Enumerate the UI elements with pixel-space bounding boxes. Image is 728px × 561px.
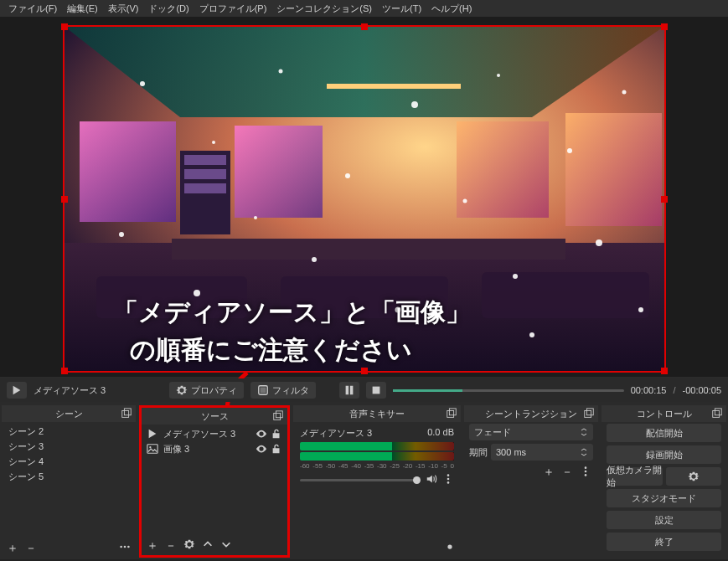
svg-rect-58 — [713, 411, 720, 418]
filters-icon — [257, 384, 269, 396]
menu-view[interactable]: 表示(V) — [103, 1, 144, 17]
chevron-down-icon — [220, 538, 232, 550]
source-item-image[interactable]: 画像 3 — [143, 441, 286, 456]
scenes-header: シーン — [2, 405, 136, 422]
menu-scenecollection[interactable]: シーンコレクション(S) — [271, 1, 377, 17]
preview-canvas[interactable]: 「メディアソース」と「画像」 の順番にご注意ください — [63, 25, 666, 373]
settings-button[interactable]: 設定 — [607, 511, 721, 529]
dots-vertical-icon — [442, 473, 454, 485]
add-scene-button[interactable]: ＋ — [7, 542, 18, 553]
svg-point-43 — [127, 546, 130, 548]
controls-popout[interactable] — [711, 408, 723, 419]
svg-rect-53 — [585, 411, 591, 418]
play-button[interactable] — [7, 382, 27, 399]
dots-vertical-icon — [580, 466, 591, 477]
source-item-media[interactable]: メディアソース 3 — [143, 426, 286, 441]
pause-icon — [343, 384, 355, 396]
lock-toggle[interactable] — [271, 428, 282, 440]
stop-icon — [370, 384, 382, 396]
selection-outline[interactable] — [63, 25, 666, 373]
mixer-source-name: メディアソース 3 — [300, 427, 372, 440]
transition-select[interactable]: フェード — [469, 424, 593, 440]
remove-source-button[interactable]: － — [165, 539, 177, 551]
mixer-settings-button[interactable] — [444, 541, 456, 554]
add-transition-button[interactable]: ＋ — [543, 466, 555, 479]
menu-profile[interactable]: プロファイル(P) — [194, 1, 272, 17]
scene-item[interactable]: シーン 3 — [3, 439, 134, 454]
scenes-dock: シーン シーン 2 シーン 3 シーン 4 シーン 5 ＋ － — [2, 405, 136, 558]
scene-item[interactable]: シーン 4 — [3, 454, 134, 469]
media-timeline[interactable] — [393, 389, 623, 392]
studio-mode-button[interactable]: スタジオモード — [607, 489, 721, 507]
menu-help[interactable]: ヘルプ(H) — [426, 1, 477, 17]
menu-tools[interactable]: ツール(T) — [377, 1, 426, 17]
pause-button[interactable] — [339, 382, 359, 399]
resize-handle-bl[interactable] — [61, 368, 68, 374]
source-properties-button[interactable] — [183, 538, 195, 552]
svg-rect-48 — [447, 411, 454, 418]
filters-label: フィルタ — [272, 384, 309, 397]
resize-handle-br[interactable] — [661, 368, 668, 374]
stop-button[interactable] — [366, 382, 386, 399]
mixer-header: 音声ミキサー — [293, 405, 461, 422]
remove-transition-button[interactable]: － — [561, 466, 573, 479]
source-label: 画像 3 — [163, 443, 189, 455]
eye-icon — [256, 428, 267, 440]
popout-icon — [583, 408, 595, 419]
scene-item[interactable]: シーン 5 — [3, 469, 134, 484]
move-down-button[interactable] — [220, 538, 232, 552]
start-streaming-button[interactable]: 配信開始 — [607, 424, 721, 442]
resize-handle-tr[interactable] — [661, 23, 668, 30]
menu-dock[interactable]: ドック(D) — [143, 1, 194, 17]
svg-point-47 — [149, 446, 151, 448]
popout-icon — [121, 408, 132, 419]
resize-handle-l[interactable] — [61, 196, 68, 203]
gear-icon — [688, 471, 700, 482]
svg-rect-38 — [373, 387, 380, 394]
filters-button[interactable]: フィルタ — [250, 382, 316, 399]
unlock-icon — [271, 443, 282, 455]
move-up-button[interactable] — [202, 538, 214, 552]
transition-menu-button[interactable] — [580, 466, 591, 479]
menu-file[interactable]: ファイル(F) — [3, 1, 62, 17]
lock-toggle[interactable] — [271, 443, 282, 455]
resize-handle-b[interactable] — [361, 368, 368, 374]
transitions-popout[interactable] — [583, 408, 595, 419]
svg-rect-49 — [449, 409, 456, 415]
svg-rect-39 — [122, 411, 129, 418]
properties-button[interactable]: プロパティ — [169, 382, 244, 399]
mixer-title: 音声ミキサー — [349, 408, 405, 420]
menu-edit[interactable]: 編集(E) — [62, 1, 103, 17]
duration-input[interactable]: 300 ms — [491, 444, 593, 461]
resize-handle-tl[interactable] — [61, 23, 68, 30]
vu-scale: -60-55-50-45-40-35-30-25-20-15-10-50 — [300, 462, 454, 470]
resize-handle-t[interactable] — [361, 23, 368, 30]
virtualcam-settings-button[interactable] — [666, 467, 722, 486]
menu-dots-icon — [119, 541, 131, 553]
scenes-list[interactable]: シーン 2 シーン 3 シーン 4 シーン 5 — [2, 422, 136, 538]
scenes-popout[interactable] — [121, 408, 132, 419]
image-icon — [147, 443, 158, 455]
visibility-toggle[interactable] — [256, 428, 267, 440]
add-source-button[interactable]: ＋ — [147, 539, 158, 551]
mixer-menu-button[interactable] — [442, 473, 454, 486]
volume-slider[interactable] — [300, 479, 421, 481]
preview-area[interactable]: 「メディアソース」と「画像」 の順番にご注意ください — [0, 17, 728, 377]
visibility-toggle[interactable] — [256, 443, 267, 455]
mute-button[interactable] — [426, 473, 437, 486]
start-virtualcam-button[interactable]: 仮想カメラ開始 — [607, 467, 663, 486]
resize-handle-r[interactable] — [661, 196, 668, 203]
scene-item[interactable]: シーン 2 — [3, 424, 134, 439]
svg-point-56 — [585, 471, 587, 473]
sources-title: ソース — [201, 410, 229, 423]
mixer-popout[interactable] — [446, 408, 457, 419]
sources-popout[interactable] — [272, 410, 284, 422]
scene-filter-button[interactable] — [119, 541, 131, 554]
svg-point-41 — [120, 546, 122, 548]
start-recording-button[interactable]: 録画開始 — [607, 445, 721, 464]
sources-list[interactable]: メディアソース 3 画像 3 — [142, 425, 287, 535]
remove-scene-button[interactable]: － — [25, 542, 37, 553]
unlock-icon — [271, 428, 282, 440]
exit-button[interactable]: 終了 — [607, 533, 721, 551]
svg-point-55 — [585, 466, 587, 469]
